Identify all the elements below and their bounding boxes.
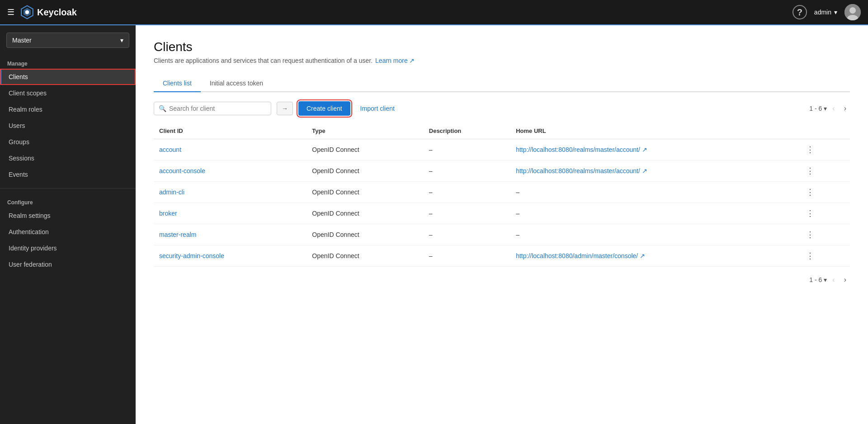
user-name: admin: [814, 9, 831, 16]
sidebar: Master ▾ Manage Clients Client scopes Re…: [0, 25, 136, 424]
clients-table: Client ID Type Description Home URL acco…: [154, 123, 850, 267]
help-icon[interactable]: ?: [793, 5, 807, 19]
client-id-link[interactable]: account: [159, 146, 181, 153]
cell-type: OpenID Connect: [307, 182, 423, 203]
cell-type: OpenID Connect: [307, 139, 423, 160]
pagination-range: 1 - 6: [809, 105, 822, 112]
svg-point-4: [849, 7, 856, 14]
col-type: Type: [307, 123, 423, 139]
col-actions: [797, 123, 850, 139]
row-action-menu[interactable]: ⋮: [802, 228, 818, 241]
sidebar-item-identity-providers[interactable]: Identity providers: [0, 240, 136, 256]
cell-home-url: http://localhost:8080/admin/master/conso…: [510, 245, 797, 267]
bottom-pagination-info[interactable]: 1 - 6 ▾: [809, 276, 827, 283]
row-action-menu[interactable]: ⋮: [802, 165, 818, 177]
sidebar-item-events[interactable]: Events: [0, 166, 136, 183]
table-row: master-realmOpenID Connect––⋮: [154, 224, 850, 245]
topnav: ☰ Keycloak ? admin ▾: [0, 0, 868, 25]
tab-initial-access-token[interactable]: Initial access token: [201, 75, 272, 92]
bottom-pagination-dropdown-icon: ▾: [824, 276, 827, 283]
sidebar-item-sessions[interactable]: Sessions: [0, 150, 136, 166]
learn-more-link[interactable]: Learn more ↗: [375, 57, 415, 64]
create-client-button[interactable]: Create client: [298, 101, 350, 116]
table-row: account-consoleOpenID Connect–http://loc…: [154, 160, 850, 182]
keycloak-logo-icon: [20, 5, 34, 19]
avatar[interactable]: [844, 4, 861, 20]
cell-actions: ⋮: [797, 182, 850, 203]
logo: Keycloak: [20, 5, 77, 19]
cell-client-id: security-admin-console: [154, 245, 307, 267]
bottom-prev-page-button[interactable]: ‹: [829, 274, 838, 286]
realm-selector[interactable]: Master ▾: [6, 33, 129, 48]
cell-client-id: broker: [154, 203, 307, 224]
bottom-pagination: 1 - 6 ▾ ‹ ›: [154, 267, 850, 286]
page-title: Clients: [154, 40, 850, 54]
cell-client-id: account: [154, 139, 307, 160]
sidebar-item-realm-settings[interactable]: Realm settings: [0, 207, 136, 224]
client-id-link[interactable]: account-console: [159, 167, 205, 174]
prev-page-button[interactable]: ‹: [829, 103, 838, 114]
row-action-menu[interactable]: ⋮: [802, 143, 818, 156]
home-url-link[interactable]: http://localhost:8080/realms/master/acco…: [516, 146, 792, 153]
search-input[interactable]: [169, 105, 266, 112]
sidebar-item-client-scopes[interactable]: Client scopes: [0, 85, 136, 101]
cell-actions: ⋮: [797, 160, 850, 182]
row-action-menu[interactable]: ⋮: [802, 250, 818, 262]
cell-home-url: –: [510, 182, 797, 203]
client-id-link[interactable]: security-admin-console: [159, 252, 224, 259]
cell-actions: ⋮: [797, 245, 850, 267]
toolbar-left: 🔍 → Create client Import client: [154, 101, 399, 116]
external-icon: ↗: [642, 167, 647, 174]
cell-home-url: http://localhost:8080/realms/master/acco…: [510, 139, 797, 160]
configure-section-label: Configure: [0, 194, 136, 207]
external-icon: ↗: [640, 252, 645, 259]
toolbar: 🔍 → Create client Import client 1 - 6 ▾ …: [154, 101, 850, 116]
cell-description: –: [424, 139, 510, 160]
pagination-info[interactable]: 1 - 6 ▾: [809, 105, 827, 112]
sidebar-item-realm-roles[interactable]: Realm roles: [0, 101, 136, 118]
user-dropdown-icon: ▾: [834, 9, 837, 16]
cell-actions: ⋮: [797, 139, 850, 160]
main-layout: Master ▾ Manage Clients Client scopes Re…: [0, 25, 868, 424]
cell-client-id: master-realm: [154, 224, 307, 245]
row-action-menu[interactable]: ⋮: [802, 207, 818, 220]
realm-dropdown-icon: ▾: [120, 37, 123, 44]
manage-section-label: Manage: [0, 55, 136, 69]
sidebar-divider: [0, 188, 136, 188]
search-icon: 🔍: [159, 105, 166, 112]
external-link-icon: ↗: [409, 57, 415, 64]
table-row: accountOpenID Connect–http://localhost:8…: [154, 139, 850, 160]
table-header-row: Client ID Type Description Home URL: [154, 123, 850, 139]
sidebar-item-users[interactable]: Users: [0, 118, 136, 134]
page-subtitle: Clients are applications and services th…: [154, 57, 850, 64]
topnav-right: ? admin ▾: [793, 4, 861, 20]
row-action-menu[interactable]: ⋮: [802, 186, 818, 198]
user-menu[interactable]: admin ▾: [814, 9, 837, 16]
client-id-link[interactable]: master-realm: [159, 231, 196, 238]
cell-home-url: –: [510, 224, 797, 245]
tab-clients-list[interactable]: Clients list: [154, 75, 201, 92]
sidebar-item-authentication[interactable]: Authentication: [0, 224, 136, 240]
col-client-id: Client ID: [154, 123, 307, 139]
client-id-link[interactable]: admin-cli: [159, 188, 184, 196]
next-page-button[interactable]: ›: [840, 103, 850, 114]
avatar-icon: [844, 4, 861, 20]
sidebar-item-groups[interactable]: Groups: [0, 134, 136, 150]
cell-description: –: [424, 182, 510, 203]
learn-more-text: Learn more: [375, 57, 408, 64]
bottom-next-page-button[interactable]: ›: [840, 274, 850, 286]
cell-type: OpenID Connect: [307, 203, 423, 224]
home-url-link[interactable]: http://localhost:8080/admin/master/conso…: [516, 252, 792, 259]
col-description: Description: [424, 123, 510, 139]
hamburger-menu[interactable]: ☰: [7, 7, 14, 17]
home-url-link[interactable]: http://localhost:8080/realms/master/acco…: [516, 167, 792, 174]
table-row: brokerOpenID Connect––⋮: [154, 203, 850, 224]
sidebar-item-user-federation[interactable]: User federation: [0, 256, 136, 273]
import-client-button[interactable]: Import client: [356, 101, 399, 116]
cell-type: OpenID Connect: [307, 160, 423, 182]
sidebar-item-clients[interactable]: Clients: [0, 69, 136, 85]
realm-label: Master: [12, 37, 32, 44]
search-arrow-button[interactable]: →: [277, 102, 293, 115]
cell-actions: ⋮: [797, 203, 850, 224]
client-id-link[interactable]: broker: [159, 210, 177, 217]
